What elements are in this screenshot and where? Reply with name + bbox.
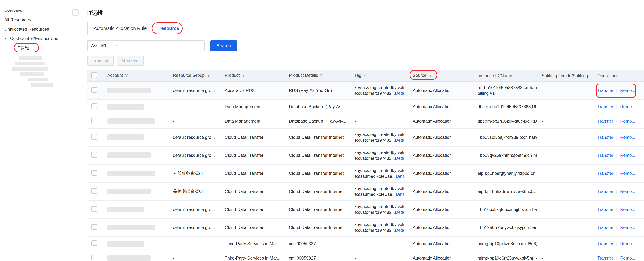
operations-cell: Transfer|Remo... bbox=[593, 182, 644, 200]
select-all-checkbox[interactable] bbox=[92, 73, 97, 78]
splitting-item-cell: - bbox=[538, 82, 593, 100]
operations-cell: Transfer|Remo... bbox=[593, 251, 644, 261]
transfer-link[interactable]: Transfer bbox=[597, 225, 613, 230]
product-details-cell: cmjj00059327 bbox=[284, 251, 350, 261]
tag-details-link[interactable]: Details bbox=[396, 192, 404, 197]
search-button[interactable]: Search bbox=[210, 40, 237, 51]
sidebar-item-all-resources[interactable]: All Resources bbox=[0, 15, 80, 25]
account-cell bbox=[103, 251, 168, 261]
resource-group-cell: - bbox=[168, 114, 220, 128]
remove-link[interactable]: Remo... bbox=[620, 255, 635, 261]
operations-cell: Transfer|Remo... bbox=[593, 82, 644, 100]
remove-link[interactable]: Remo... bbox=[620, 171, 635, 176]
remove-link[interactable]: Remo... bbox=[620, 119, 635, 124]
search-category-dropdown[interactable]: Asset/R... bbox=[88, 41, 122, 51]
transfer-button[interactable]: Transfer bbox=[87, 56, 114, 66]
transfer-link[interactable]: Transfer bbox=[597, 241, 613, 246]
triangle-down-icon[interactable] bbox=[4, 34, 8, 43]
tag-details-link[interactable]: Details bbox=[395, 91, 404, 96]
tag-details-link[interactable]: Details bbox=[395, 156, 404, 161]
tag-details-link[interactable]: Details bbox=[395, 138, 404, 143]
source-cell: Automatic Allocation bbox=[408, 200, 473, 218]
sidebar-collapse-icon[interactable] bbox=[72, 9, 78, 16]
transfer-link[interactable]: Transfer bbox=[597, 104, 613, 109]
row-checkbox[interactable] bbox=[92, 206, 97, 212]
row-checkbox-cell bbox=[87, 128, 103, 146]
transfer-link[interactable]: Transfer bbox=[597, 153, 613, 158]
tag-details-link[interactable]: Details bbox=[395, 228, 404, 233]
transfer-link[interactable]: Transfer bbox=[597, 255, 613, 261]
row-checkbox[interactable] bbox=[92, 224, 97, 230]
transfer-link[interactable]: Transfer bbox=[597, 189, 613, 194]
splitting-item-cell: - bbox=[538, 114, 593, 128]
filter-funnel-icon[interactable] bbox=[363, 73, 367, 78]
instance-id-cell: i-bp18qv269xnmrsso9f49;cn-ha bbox=[473, 146, 538, 164]
row-checkbox[interactable] bbox=[92, 103, 97, 109]
redacted-account bbox=[107, 104, 144, 110]
row-checkbox-cell bbox=[87, 100, 103, 114]
search-input[interactable] bbox=[122, 41, 204, 51]
remove-link[interactable]: Remo... bbox=[620, 225, 635, 230]
remove-link[interactable]: Remo... bbox=[620, 207, 635, 212]
transfer-link[interactable]: Transfer bbox=[597, 171, 613, 176]
product-cell: Cloud Data Transfer bbox=[220, 128, 284, 146]
product-cell: Cloud Data Transfer bbox=[220, 218, 284, 236]
resource-group-cell: 品修测试资源组 bbox=[168, 182, 220, 200]
sidebar-item-it-ops[interactable]: IT运维 bbox=[0, 43, 80, 53]
tag-details-link[interactable]: Details bbox=[396, 174, 404, 179]
tag-text-line1: key:acs:tag:createdby valu bbox=[354, 168, 404, 173]
account-cell bbox=[103, 218, 168, 236]
tab-resource[interactable]: resource bbox=[153, 22, 185, 35]
product-cell: Third-Party Services in Mar... bbox=[220, 236, 284, 251]
remove-link[interactable]: Remo... bbox=[620, 189, 635, 194]
row-checkbox[interactable] bbox=[92, 170, 97, 176]
filter-funnel-icon[interactable] bbox=[320, 73, 324, 78]
row-checkbox[interactable] bbox=[92, 240, 97, 246]
tag-text-line1: - bbox=[354, 241, 404, 246]
transfer-link[interactable]: Transfer bbox=[597, 135, 613, 140]
row-checkbox[interactable] bbox=[92, 87, 97, 93]
redacted-account bbox=[107, 188, 150, 194]
instance-id-cell: rm-bp101f0f595837383;cn-hang billing-v1 bbox=[473, 82, 538, 100]
source-cell: Automatic Allocation bbox=[408, 251, 473, 261]
remove-link[interactable]: Remo... bbox=[620, 104, 635, 109]
tab-automatic-allocation-rule[interactable]: Automatic Allocation Rule bbox=[88, 22, 153, 35]
sidebar-item-unallocated-resources[interactable]: Unallocated Resources bbox=[0, 25, 80, 34]
sidebar-item-overview[interactable]: Overview bbox=[0, 6, 80, 15]
filter-funnel-icon[interactable] bbox=[206, 73, 210, 78]
filter-funnel-icon[interactable] bbox=[242, 73, 245, 78]
row-checkbox-cell bbox=[87, 114, 103, 128]
resource-group-cell: - bbox=[168, 100, 220, 114]
filter-funnel-icon[interactable] bbox=[428, 73, 432, 78]
remove-button[interactable]: Remove bbox=[117, 56, 144, 66]
resource-table: Account Resource Group Product Product D… bbox=[87, 70, 644, 261]
operations-divider: | bbox=[616, 225, 617, 230]
row-checkbox[interactable] bbox=[92, 255, 97, 260]
remove-link[interactable]: Remo... bbox=[620, 88, 635, 93]
row-checkbox[interactable] bbox=[92, 118, 97, 123]
row-checkbox[interactable] bbox=[92, 134, 97, 140]
transfer-link[interactable]: Transfer bbox=[597, 207, 613, 212]
sidebar-item-cost-center[interactable]: Cost Center^FinanceUni... bbox=[0, 34, 80, 43]
tag-details-link[interactable]: Details bbox=[395, 210, 404, 215]
filter-funnel-icon[interactable] bbox=[125, 73, 128, 78]
transfer-link[interactable]: Transfer bbox=[597, 119, 613, 124]
column-header-splitting-item: Splitting Item Id/Splitting It bbox=[538, 70, 593, 82]
product-details-cell: Database Backup（Pay-As-... bbox=[284, 114, 350, 128]
redacted-item bbox=[31, 83, 53, 87]
tag-text-line1: - bbox=[354, 118, 404, 124]
remove-link[interactable]: Remo... bbox=[620, 153, 635, 158]
transfer-link[interactable]: Transfer bbox=[597, 88, 613, 93]
account-cell bbox=[103, 164, 168, 182]
row-checkbox[interactable] bbox=[92, 152, 97, 158]
table-header-row: Account Resource Group Product Product D… bbox=[87, 70, 644, 82]
tag-text-line1: key:acs:tag:createdby valu bbox=[354, 186, 404, 191]
remove-link[interactable]: Remo... bbox=[620, 241, 635, 246]
account-cell bbox=[103, 128, 168, 146]
table-body: default resource gro... ApsaraDB RDS RDS… bbox=[87, 82, 644, 261]
row-checkbox[interactable] bbox=[92, 188, 97, 194]
resource-group-cell: - bbox=[168, 236, 220, 251]
redacted-account bbox=[107, 241, 144, 246]
remove-link[interactable]: Remo... bbox=[620, 135, 635, 140]
splitting-item-cell: - bbox=[538, 218, 593, 236]
